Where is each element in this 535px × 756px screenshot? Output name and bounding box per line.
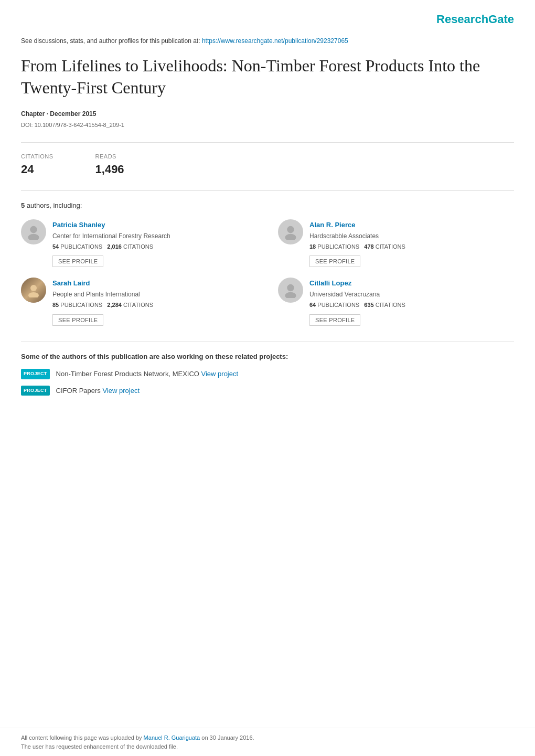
- header-bar: ResearchGate: [21, 10, 514, 28]
- svg-point-1: [28, 233, 39, 239]
- authors-heading-text: authors, including:: [25, 201, 82, 209]
- author-card-1: Alan R. Pierce Hardscrabble Associates 1…: [278, 219, 514, 268]
- stats-row: CITATIONS 24 READS 1,496: [21, 152, 514, 178]
- author-affiliation-3: Universidad Veracruzana: [309, 290, 514, 299]
- author-cites-2: 2,284: [107, 302, 122, 308]
- author-affiliation-2: People and Plants International: [52, 290, 257, 299]
- reads-value: 1,496: [95, 161, 124, 178]
- project-badge-0: Project: [21, 369, 50, 379]
- publication-url[interactable]: https://www.researchgate.net/publication…: [202, 37, 348, 45]
- author-avatar-0: [21, 219, 46, 244]
- author-pubs-0: 54: [52, 243, 59, 250]
- view-project-link-1[interactable]: View project: [102, 387, 140, 395]
- person-icon-1: [283, 224, 298, 240]
- authors-grid: Patricia Shanley Center for Internationa…: [21, 219, 514, 326]
- svg-point-0: [30, 226, 37, 233]
- divider-2: [21, 190, 514, 191]
- author-info-1: Alan R. Pierce Hardscrabble Associates 1…: [309, 219, 514, 268]
- author-avatar-2: [21, 278, 46, 303]
- pub-type: Chapter: [21, 110, 45, 118]
- citations-value: 24: [21, 161, 54, 178]
- citations-label: CITATIONS: [21, 152, 54, 161]
- author-name-0[interactable]: Patricia Shanley: [52, 221, 105, 229]
- meta-link-bar: See discussions, stats, and author profi…: [21, 36, 514, 46]
- svg-point-2: [287, 226, 294, 233]
- author-name-2[interactable]: Sarah Laird: [52, 279, 90, 287]
- researchgate-logo: ResearchGate: [436, 10, 514, 28]
- project-name-1: CIFOR Papers: [56, 387, 103, 395]
- author-info-0: Patricia Shanley Center for Internationa…: [52, 219, 257, 268]
- author-affiliation-1: Hardscrabble Associates: [309, 231, 514, 241]
- svg-point-4: [30, 285, 37, 291]
- related-projects-heading: Some of the authors of this publication …: [21, 352, 514, 362]
- reads-label: READS: [95, 152, 124, 161]
- author-stats-2: 85 PUBLICATIONS 2,284 CITATIONS: [52, 301, 257, 310]
- see-profile-button-1[interactable]: SEE PROFILE: [309, 255, 360, 267]
- project-name-0: Non-Timber Forest Products Network, MEXI…: [56, 370, 201, 378]
- author-card-2: Sarah Laird People and Plants Internatio…: [21, 278, 257, 326]
- pub-date: December 2015: [50, 110, 96, 118]
- citations-stat: CITATIONS 24: [21, 152, 54, 178]
- author-pubs-2: 85: [52, 302, 59, 308]
- sarah-photo: [21, 278, 46, 303]
- author-info-3: Citlalli Lopez Universidad Veracruzana 6…: [309, 278, 514, 326]
- chapter-type: Chapter · December 2015: [21, 109, 514, 119]
- project-text-1: CIFOR Papers View project: [56, 386, 140, 396]
- author-stats-3: 64 PUBLICATIONS 635 CITATIONS: [309, 301, 514, 310]
- authors-heading: 5 authors, including:: [21, 200, 514, 211]
- author-pubs-3: 64: [309, 302, 316, 308]
- author-cites-3: 635: [364, 302, 373, 308]
- person-icon-0: [26, 224, 41, 240]
- divider-1: [21, 142, 514, 143]
- author-card-0: Patricia Shanley Center for Internationa…: [21, 219, 257, 268]
- author-cites-0: 2,016: [107, 243, 122, 250]
- svg-point-7: [285, 292, 296, 298]
- svg-point-3: [285, 233, 296, 239]
- sarah-avatar-icon: [26, 283, 41, 297]
- project-text-0: Non-Timber Forest Products Network, MEXI…: [56, 369, 239, 379]
- view-project-link-0[interactable]: View project: [201, 370, 239, 378]
- author-info-2: Sarah Laird People and Plants Internatio…: [52, 278, 257, 326]
- author-name-3[interactable]: Citlalli Lopez: [309, 279, 351, 287]
- author-avatar-3: [278, 278, 303, 303]
- author-pubs-1: 18: [309, 243, 316, 250]
- divider-3: [21, 342, 514, 342]
- svg-point-6: [287, 284, 294, 292]
- author-stats-1: 18 PUBLICATIONS 478 CITATIONS: [309, 242, 514, 251]
- page-title: From Lifelines to Livelihoods: Non-Timbe…: [21, 55, 514, 99]
- author-name-1[interactable]: Alan R. Pierce: [309, 221, 355, 229]
- doi: DOI: 10.1007/978-3-642-41554-8_209-1: [21, 121, 514, 130]
- project-row-0: Project Non-Timber Forest Products Netwo…: [21, 369, 514, 379]
- see-profile-button-2[interactable]: SEE PROFILE: [52, 314, 103, 326]
- see-profile-button-0[interactable]: SEE PROFILE: [52, 255, 103, 267]
- meta-link-text: See discussions, stats, and author profi…: [21, 37, 200, 45]
- svg-point-5: [28, 292, 39, 297]
- see-profile-button-3[interactable]: SEE PROFILE: [309, 314, 360, 326]
- author-avatar-1: [278, 219, 303, 244]
- author-cites-1: 478: [364, 243, 373, 250]
- author-card-3: Citlalli Lopez Universidad Veracruzana 6…: [278, 278, 514, 326]
- person-icon-3: [283, 282, 298, 298]
- project-row-1: Project CIFOR Papers View project: [21, 386, 514, 396]
- author-stats-0: 54 PUBLICATIONS 2,016 CITATIONS: [52, 242, 257, 251]
- author-affiliation-0: Center for International Forestry Resear…: [52, 231, 257, 241]
- project-badge-1: Project: [21, 386, 50, 396]
- reads-stat: READS 1,496: [95, 152, 124, 178]
